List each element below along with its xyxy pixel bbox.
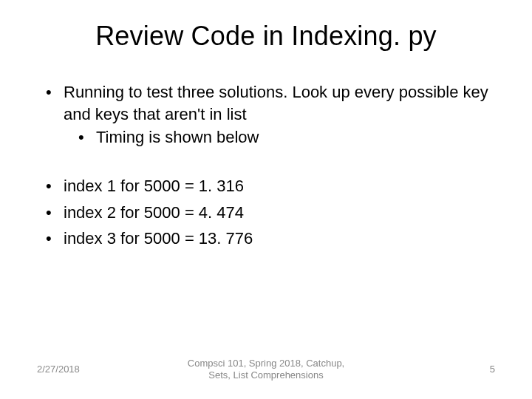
footer-center-line2: Sets, List Comprehensions bbox=[208, 369, 323, 381]
bullet-text: Running to test three solutions. Look up… bbox=[64, 81, 495, 125]
bullet-dot-icon: • bbox=[46, 202, 64, 224]
footer-center-line1: Compsci 101, Spring 2018, Catchup, bbox=[188, 358, 344, 369]
slide-content: • Running to test three solutions. Look … bbox=[37, 81, 495, 250]
spacer bbox=[37, 149, 495, 175]
bullet-dot-icon: • bbox=[46, 81, 64, 125]
result-text: index 3 for 5000 = 13. 776 bbox=[64, 228, 495, 250]
slide-title: Review Code in Indexing. py bbox=[37, 21, 495, 52]
result-text: index 1 for 5000 = 1. 316 bbox=[64, 175, 495, 197]
bullet-text: Timing is shown below bbox=[96, 126, 495, 149]
bullet-dot-icon: • bbox=[46, 228, 64, 250]
bullet-level2: • Timing is shown below bbox=[37, 126, 495, 149]
slide-footer: 2/27/2018 Compsci 101, Spring 2018, Catc… bbox=[0, 358, 532, 382]
footer-date: 2/27/2018 bbox=[37, 364, 96, 375]
bullet-level1: • Running to test three solutions. Look … bbox=[37, 81, 495, 125]
slide: Review Code in Indexing. py • Running to… bbox=[0, 0, 532, 399]
result-row: • index 2 for 5000 = 4. 474 bbox=[37, 202, 495, 224]
bullet-dot-icon: • bbox=[78, 126, 96, 149]
result-row: • index 3 for 5000 = 13. 776 bbox=[37, 228, 495, 250]
footer-center: Compsci 101, Spring 2018, Catchup, Sets,… bbox=[96, 358, 436, 382]
footer-page-number: 5 bbox=[436, 364, 495, 375]
result-row: • index 1 for 5000 = 1. 316 bbox=[37, 175, 495, 197]
bullet-dot-icon: • bbox=[46, 175, 64, 197]
result-text: index 2 for 5000 = 4. 474 bbox=[64, 202, 495, 224]
